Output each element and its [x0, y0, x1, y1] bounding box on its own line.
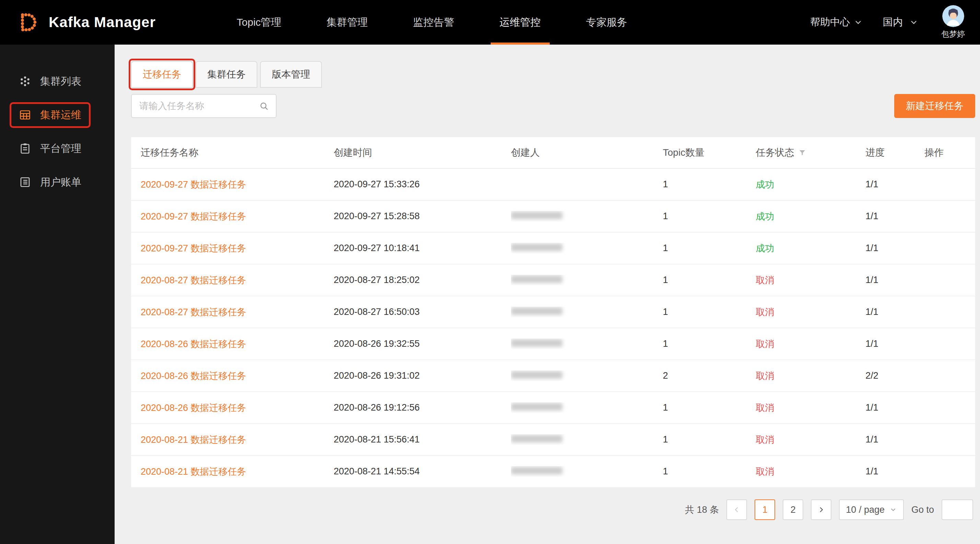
table-body: 2020-09-27 数据迁移任务 2020-09-27 15:33:26 1 …	[131, 169, 975, 488]
goto-page-input[interactable]	[942, 500, 973, 520]
topic-count-cell: 1	[663, 211, 756, 222]
creator-masked-text	[511, 371, 562, 379]
col-creator: 创建人	[511, 146, 663, 159]
topic-count-cell: 2	[663, 370, 756, 381]
kafka-manager-app: Kafka Manager Topic管理集群管理监控告警运维管控专家服务 帮助…	[0, 0, 980, 544]
migration-task-table: 迁移任务名称 创建时间 创建人 Topic数量 任务状态 进度 操作 2020-…	[131, 137, 975, 488]
sidebar-item[interactable]: 平台管理	[0, 132, 115, 165]
task-name-cell: 2020-08-27 数据迁移任务	[131, 274, 334, 286]
task-name-link[interactable]: 2020-09-27 数据迁移任务	[141, 179, 247, 190]
sidebar-item[interactable]: 用户账单	[0, 165, 115, 199]
next-page-button[interactable]	[811, 500, 831, 520]
nav-item[interactable]: 专家服务	[576, 0, 638, 44]
task-name-link[interactable]: 2020-09-27 数据迁移任务	[141, 243, 247, 254]
pagination: 共 18 条 12 10 / page Go to	[131, 500, 975, 520]
chevron-down-icon	[853, 17, 863, 27]
creator-cell	[511, 370, 663, 381]
task-name-cell: 2020-09-27 数据迁移任务	[131, 210, 334, 223]
sidebar: 集群列表集群运维平台管理用户账单	[0, 44, 115, 544]
created-time-cell: 2020-08-21 15:56:41	[334, 434, 511, 445]
cluster-list-icon	[19, 75, 31, 87]
nav-item-label: 专家服务	[586, 16, 627, 30]
create-migration-task-button[interactable]: 新建迁移任务	[894, 94, 975, 118]
page-button[interactable]: 2	[783, 500, 803, 520]
creator-masked-text	[511, 435, 562, 442]
status-text: 成功	[756, 242, 774, 254]
task-name-link[interactable]: 2020-08-27 数据迁移任务	[141, 275, 247, 285]
task-name-link[interactable]: 2020-08-21 数据迁移任务	[141, 466, 247, 477]
creator-masked-text	[511, 244, 562, 251]
topic-count-cell: 1	[663, 307, 756, 317]
created-time-cell: 2020-08-21 14:55:54	[334, 466, 511, 477]
nav-item[interactable]: 运维管控	[489, 0, 551, 44]
progress-cell: 1/1	[865, 211, 924, 222]
topic-count-cell: 1	[663, 434, 756, 445]
progress-cell: 1/1	[865, 434, 924, 445]
tab[interactable]: 集群任务	[196, 61, 257, 88]
created-time-cell: 2020-08-27 18:25:02	[334, 275, 511, 285]
status-text: 取消	[756, 465, 774, 478]
nav-item-label: Topic管理	[237, 16, 282, 30]
status-text: 取消	[756, 338, 774, 350]
task-name-link[interactable]: 2020-08-26 数据迁移任务	[141, 339, 247, 349]
app-logo-icon[interactable]	[15, 10, 40, 35]
sidebar-item-label: 集群运维	[40, 108, 81, 122]
task-name-cell: 2020-09-27 数据迁移任务	[131, 178, 334, 191]
status-cell: 取消	[756, 274, 865, 286]
col-topic-count: Topic数量	[663, 146, 756, 159]
creator-cell	[511, 307, 663, 317]
top-navbar: Kafka Manager Topic管理集群管理监控告警运维管控专家服务 帮助…	[0, 0, 980, 44]
sidebar-item[interactable]: 集群运维	[0, 98, 115, 132]
status-text: 取消	[756, 306, 774, 318]
help-center-menu[interactable]: 帮助中心	[810, 16, 863, 29]
created-time-cell: 2020-09-27 15:28:58	[334, 211, 511, 222]
sidebar-item-label: 用户账单	[40, 175, 81, 189]
task-name-link[interactable]: 2020-08-26 数据迁移任务	[141, 403, 247, 413]
search-input[interactable]	[138, 100, 259, 112]
nav-item[interactable]: 监控告警	[403, 0, 465, 44]
nav-item[interactable]: Topic管理	[226, 0, 292, 44]
creator-cell	[511, 434, 663, 445]
progress-cell: 1/1	[865, 339, 924, 349]
creator-cell	[511, 402, 663, 413]
topic-count-cell: 1	[663, 179, 756, 190]
task-name-link[interactable]: 2020-08-21 数据迁移任务	[141, 435, 247, 445]
filter-funnel-icon[interactable]	[798, 149, 807, 157]
sidebar-item[interactable]: 集群列表	[0, 65, 115, 98]
sidebar-item-label: 平台管理	[40, 142, 81, 156]
help-center-label: 帮助中心	[810, 16, 850, 29]
topic-count-cell: 1	[663, 466, 756, 477]
topic-count-cell: 1	[663, 243, 756, 254]
task-name-link[interactable]: 2020-08-27 数据迁移任务	[141, 307, 247, 317]
creator-cell	[511, 211, 663, 222]
goto-label: Go to	[912, 504, 934, 515]
prev-page-button[interactable]	[726, 500, 747, 520]
task-name-link[interactable]: 2020-09-27 数据迁移任务	[141, 211, 247, 222]
table-row: 2020-08-27 数据迁移任务 2020-08-27 18:25:02 1 …	[131, 265, 975, 297]
region-label: 国内	[883, 16, 903, 29]
status-cell: 取消	[756, 402, 865, 414]
creator-cell	[511, 243, 663, 254]
creator-cell	[511, 339, 663, 349]
task-name-link[interactable]: 2020-08-26 数据迁移任务	[141, 371, 247, 381]
nav-item[interactable]: 集群管理	[317, 0, 378, 44]
table-row: 2020-09-27 数据迁移任务 2020-09-27 10:18:41 1 …	[131, 233, 975, 265]
tab[interactable]: 版本管理	[260, 61, 322, 88]
user-menu[interactable]: 包梦婷	[941, 5, 965, 40]
status-cell: 取消	[756, 306, 865, 318]
status-text: 取消	[756, 402, 774, 414]
creator-masked-text	[511, 467, 562, 474]
status-cell: 成功	[756, 242, 865, 254]
task-name-cell: 2020-08-27 数据迁移任务	[131, 306, 334, 318]
creator-cell	[511, 275, 663, 285]
table-row: 2020-08-26 数据迁移任务 2020-08-26 19:12:56 1 …	[131, 392, 975, 424]
status-cell: 取消	[756, 370, 865, 382]
page-button[interactable]: 1	[754, 500, 775, 520]
status-cell: 成功	[756, 210, 865, 223]
status-cell: 取消	[756, 433, 865, 446]
tab[interactable]: 迁移任务	[131, 61, 193, 88]
topic-count-cell: 1	[663, 339, 756, 349]
page-size-select[interactable]: 10 / page	[839, 500, 904, 520]
region-menu[interactable]: 国内	[883, 16, 919, 29]
created-time-cell: 2020-08-26 19:12:56	[334, 402, 511, 413]
